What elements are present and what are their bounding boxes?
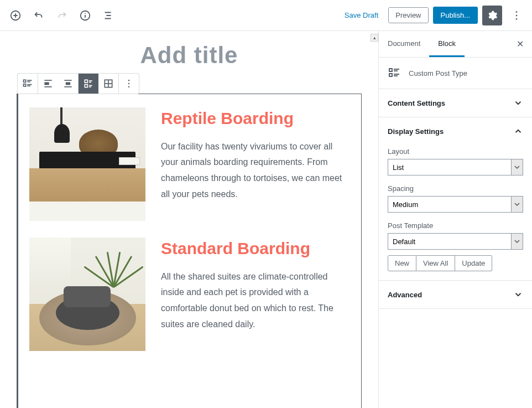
svg-point-5 [516,18,518,20]
list-item: Standard Boarding All the shared suites … [29,237,350,351]
view-all-templates-button[interactable]: View All [416,255,455,271]
more-menu-button[interactable] [507,6,526,25]
svg-rect-13 [44,80,51,81]
svg-rect-17 [64,86,71,87]
svg-rect-15 [66,82,70,85]
list-item: Reptile Boarding Our facility has twenty… [29,107,350,221]
custom-post-type-block[interactable]: Reptile Boarding Our facility has twenty… [17,94,362,408]
svg-point-4 [516,14,518,16]
post-title: Reptile Boarding [161,107,350,130]
preview-button[interactable]: Preview [388,7,428,23]
post-title: Standard Boarding [161,237,350,260]
settings-button[interactable] [482,6,502,25]
svg-rect-14 [44,86,51,87]
svg-rect-18 [85,80,87,82]
post-description: Our facility has twenty vivariums to cov… [161,139,350,203]
editor-canvas: ▴ Add title [0,31,378,408]
chevron-up-icon [513,126,523,136]
svg-point-29 [128,86,130,88]
add-block-button[interactable] [6,6,25,25]
layout-select[interactable]: List [388,159,523,175]
chevron-down-icon [513,98,523,108]
info-button[interactable] [75,6,95,25]
save-draft-button[interactable]: Save Draft [339,7,384,24]
post-thumbnail [29,237,145,351]
template-buttons: New View All Update [388,255,523,271]
undo-button[interactable] [29,6,49,25]
block-toolbar [17,73,139,94]
block-header: Custom Post Type [379,58,532,89]
svg-rect-30 [389,69,392,71]
template-label: Post Template [388,221,523,230]
toolbar-right: Save Draft Preview Publish... [339,6,526,25]
block-type-icon [388,66,401,80]
svg-rect-6 [24,80,26,82]
block-type-icon[interactable] [18,74,38,94]
svg-point-28 [128,83,130,85]
svg-point-3 [516,11,518,13]
panel-content-settings: Content Settings [379,89,532,117]
align-center-button[interactable] [58,74,78,94]
panel-display-settings: Display Settings Layout List Spacing Med… [379,117,532,281]
svg-rect-31 [389,74,392,76]
block-type-name: Custom Post Type [409,69,467,78]
svg-point-2 [85,13,86,14]
post-description: All the shared suites are climate-contro… [161,269,350,333]
top-toolbar: Save Draft Preview Publish... [0,0,532,31]
redo-button[interactable] [52,6,72,25]
update-template-button[interactable]: Update [455,255,492,271]
outline-button[interactable] [98,6,118,25]
settings-sidebar: Document Block ✕ Custom Post Type Conten… [378,31,532,408]
publish-button[interactable]: Publish... [433,7,478,24]
post-title-input[interactable]: Add title [17,42,362,69]
svg-point-27 [128,80,130,81]
post-thumbnail [29,107,145,221]
spacing-label: Spacing [388,184,523,193]
svg-rect-7 [24,84,26,86]
sidebar-tabs: Document Block ✕ [379,31,532,58]
spacing-select[interactable]: Medium [388,196,523,213]
block-more-button[interactable] [119,74,139,94]
toolbar-left [6,6,118,25]
panel-toggle-advanced[interactable]: Advanced [379,281,532,308]
align-left-button[interactable] [38,74,58,94]
template-select[interactable]: Default [388,233,523,250]
layout-list-button[interactable] [79,74,98,94]
svg-rect-19 [85,85,87,87]
scroll-up-button[interactable]: ▴ [371,34,378,42]
new-template-button[interactable]: New [388,255,416,271]
panel-advanced: Advanced [379,281,532,309]
panel-toggle-display[interactable]: Display Settings [379,117,532,145]
chevron-down-icon [513,290,523,299]
panel-toggle-content[interactable]: Content Settings [379,89,532,117]
close-sidebar-button[interactable]: ✕ [511,35,529,53]
tab-block[interactable]: Block [429,32,465,57]
layout-label: Layout [388,147,523,156]
tab-document[interactable]: Document [379,32,429,57]
svg-rect-16 [64,80,71,81]
layout-grid-button[interactable] [98,74,118,94]
svg-rect-12 [44,82,49,85]
